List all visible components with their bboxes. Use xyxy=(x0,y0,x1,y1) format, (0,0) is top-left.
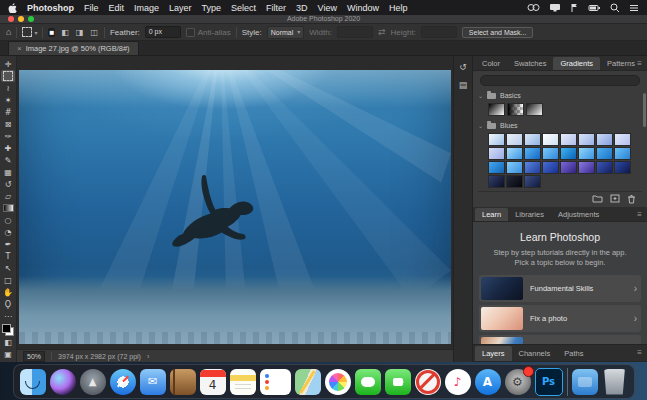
gradient-fg-to-transparent[interactable] xyxy=(507,103,524,116)
blue-gradient-swatch-15[interactable] xyxy=(596,147,613,160)
gradient-black-white[interactable] xyxy=(526,103,543,116)
blue-gradient-swatch-22[interactable] xyxy=(578,161,595,174)
gradient-tool[interactable] xyxy=(1,202,15,214)
hand-tool[interactable]: ✋ xyxy=(1,286,15,298)
menu-type[interactable]: Type xyxy=(202,3,222,13)
style-select[interactable]: Normal ▾ xyxy=(267,26,305,39)
tab-gradients[interactable]: Gradients xyxy=(553,57,600,70)
tab-swatches[interactable]: Swatches xyxy=(507,57,554,70)
screen-mirroring-icon[interactable] xyxy=(527,3,540,12)
trash-dock-icon[interactable] xyxy=(602,369,628,395)
panel-menu-icon[interactable]: ≡ xyxy=(637,348,642,357)
tutorial-card-fundamental-skills[interactable]: Fundamental Skills› xyxy=(479,275,641,302)
notification-center-icon[interactable] xyxy=(629,4,639,12)
tab-learn[interactable]: Learn xyxy=(475,208,508,221)
zoom-tool[interactable]: Ϙ xyxy=(1,298,15,310)
delete-trash-icon[interactable] xyxy=(627,194,636,204)
contacts-dock-icon[interactable] xyxy=(170,369,196,395)
blue-gradient-swatch-3[interactable] xyxy=(524,133,541,146)
blue-gradient-swatch-1[interactable] xyxy=(488,133,505,146)
gradients-search-input[interactable] xyxy=(480,75,640,86)
twirl-down-icon[interactable]: ⌄ xyxy=(478,92,483,99)
blue-gradient-swatch-16[interactable] xyxy=(614,147,631,160)
tab-adjustments[interactable]: Adjustments xyxy=(551,208,606,221)
maps-dock-icon[interactable] xyxy=(295,369,321,395)
tab-channels[interactable]: Channels xyxy=(512,346,558,361)
anti-alias-checkbox[interactable] xyxy=(186,28,195,37)
lasso-tool[interactable]: ≀ xyxy=(1,82,15,94)
safari-dock-icon[interactable] xyxy=(110,369,136,395)
subtract-from-selection-button[interactable]: ◨ xyxy=(75,28,85,37)
frame-tool[interactable]: ⊠ xyxy=(1,118,15,130)
clone-stamp-tool[interactable]: ▦ xyxy=(1,166,15,178)
healing-brush-tool[interactable]: ✚ xyxy=(1,142,15,154)
scrollbar-thumb[interactable] xyxy=(643,93,646,127)
new-selection-button[interactable]: ■ xyxy=(48,28,55,37)
new-gradient-icon[interactable] xyxy=(610,194,620,203)
twirl-down-icon[interactable]: ⌄ xyxy=(478,122,483,129)
mail-dock-icon[interactable]: ✉ xyxy=(140,369,166,395)
canvas-image-underwater-turtle[interactable] xyxy=(19,70,451,344)
edit-toolbar[interactable]: ⋯ xyxy=(1,310,15,322)
pen-tool[interactable]: ✒ xyxy=(1,238,15,250)
quick-mask-mode[interactable]: ◧ xyxy=(1,336,15,348)
menu-view[interactable]: View xyxy=(318,3,337,13)
blue-gradient-swatch-21[interactable] xyxy=(560,161,577,174)
panel-menu-icon[interactable]: ≡ xyxy=(637,210,642,219)
battery-icon[interactable] xyxy=(588,4,601,12)
tab-patterns[interactable]: Patterns xyxy=(600,57,642,70)
menu-window[interactable]: Window xyxy=(347,3,379,13)
screen-mode[interactable]: ▣ xyxy=(1,348,15,360)
facetime-dock-icon[interactable] xyxy=(385,369,411,395)
history-brush-tool[interactable]: ↺ xyxy=(1,178,15,190)
gradient-group-basics[interactable]: ⌄ Basics xyxy=(478,90,642,101)
blur-tool[interactable]: ○ xyxy=(1,214,15,226)
photos-dock-icon[interactable] xyxy=(325,369,351,395)
object-selection-tool[interactable]: ✶ xyxy=(1,94,15,106)
notes-dock-icon[interactable] xyxy=(230,369,256,395)
path-selection-tool[interactable]: ↖ xyxy=(1,262,15,274)
panel-menu-icon[interactable]: ≡ xyxy=(637,59,642,68)
swap-dimensions-icon[interactable]: ⇄ xyxy=(378,27,386,37)
height-input[interactable] xyxy=(421,26,457,38)
menu-edit[interactable]: Edit xyxy=(109,3,125,13)
blue-gradient-swatch-24[interactable] xyxy=(614,161,631,174)
calendar-dock-icon[interactable]: 4 xyxy=(200,369,226,395)
blue-gradient-swatch-5[interactable] xyxy=(560,133,577,146)
blocked-app-dock-icon[interactable] xyxy=(415,369,441,395)
photoshop-dock-icon[interactable]: Ps xyxy=(535,368,563,396)
move-tool[interactable]: ✛ xyxy=(1,58,15,70)
type-tool[interactable]: T xyxy=(1,250,15,262)
blue-gradient-swatch-8[interactable] xyxy=(614,133,631,146)
finder-dock-icon[interactable] xyxy=(20,369,46,395)
color-wells[interactable] xyxy=(2,324,14,336)
tab-color[interactable]: Color xyxy=(475,57,507,70)
tool-preset-picker[interactable]: ▾ xyxy=(22,27,37,37)
eraser-tool[interactable]: ▱ xyxy=(1,190,15,202)
zoom-level-field[interactable]: 50% xyxy=(23,351,45,362)
blue-gradient-swatch-17[interactable] xyxy=(488,161,505,174)
tab-paths[interactable]: Paths xyxy=(557,346,590,361)
app-store-dock-icon[interactable]: A xyxy=(475,369,501,395)
blue-gradient-swatch-19[interactable] xyxy=(524,161,541,174)
apple-menu-icon[interactable] xyxy=(8,3,17,13)
blue-gradient-swatch-20[interactable] xyxy=(542,161,559,174)
downloads-folder-dock-icon[interactable] xyxy=(572,369,598,395)
history-panel-icon[interactable]: ↺ xyxy=(459,62,467,72)
brush-tool[interactable]: ✎ xyxy=(1,154,15,166)
gradient-fg-to-bg[interactable] xyxy=(488,103,505,116)
blue-gradient-swatch-11[interactable] xyxy=(524,147,541,160)
blue-gradient-swatch-23[interactable] xyxy=(596,161,613,174)
menu-filter[interactable]: Filter xyxy=(266,3,286,13)
reminders-dock-icon[interactable] xyxy=(260,369,291,395)
messages-dock-icon[interactable] xyxy=(355,369,381,395)
blue-gradient-swatch-14[interactable] xyxy=(578,147,595,160)
status-chevron-icon[interactable]: › xyxy=(147,353,149,360)
rectangular-marquee-tool[interactable] xyxy=(1,70,15,82)
menu-image[interactable]: Image xyxy=(134,3,159,13)
blue-gradient-swatch-26[interactable] xyxy=(506,175,523,188)
rectangle-tool[interactable]: □ xyxy=(1,274,15,286)
crop-tool[interactable]: # xyxy=(1,106,15,118)
home-icon[interactable]: ⌂ xyxy=(6,27,11,37)
blue-gradient-swatch-13[interactable] xyxy=(560,147,577,160)
